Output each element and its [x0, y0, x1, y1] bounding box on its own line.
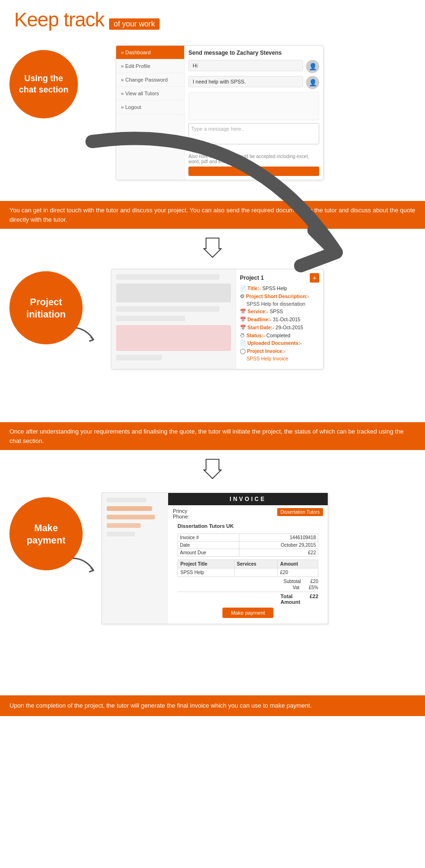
inv-blur-1: [107, 498, 146, 502]
invoice-right-panel: INVOICE Princy Phone: Dissertation Tutor…: [168, 493, 328, 624]
chat-message-text-2: I need help with SPSS.: [188, 76, 303, 87]
project-circle-label: Projectinitiation: [22, 291, 70, 325]
inv-blur-5: [107, 532, 135, 536]
vat-value: £5%: [309, 585, 318, 590]
section-payment: Makepayment INVOICE Princy Phone: Disser…: [0, 488, 425, 691]
col-project-title: Project Title: [178, 560, 235, 568]
inv-blur-3: [107, 515, 155, 519]
invoice-date-label: Date: [178, 542, 239, 549]
invoice-princy: Princy: [173, 508, 189, 514]
sidebar-item-change-password[interactable]: Change Password: [116, 73, 184, 87]
col-amount: Amount: [278, 560, 318, 568]
chat-send-title: Send message to Zachary Stevens: [188, 50, 319, 56]
invoice-number-label: Invoice #: [178, 534, 239, 542]
chat-circle: Using thechat section: [9, 50, 78, 118]
sidebar-item-dashboard[interactable]: Dashboard: [116, 46, 184, 59]
down-arrow-2: [203, 457, 222, 481]
total-value: £22: [310, 593, 318, 605]
invoice-summary: Subtotal £20 Vat £5% TotalAmount £22: [178, 579, 318, 605]
invoice-line-header: Project Title Services Amount: [178, 560, 318, 568]
header-of-your-work: of your work: [109, 18, 160, 30]
invoice-total-row: TotalAmount £22: [178, 592, 318, 605]
down-arrow-2-container: [0, 450, 425, 488]
chat-arrow: [70, 97, 425, 363]
make-payment-button[interactable]: Make payment: [222, 608, 273, 618]
invoice-left-panel: [102, 493, 168, 624]
header-keep-track: Keep track: [14, 8, 104, 31]
invoice-project-title: SPSS Help: [178, 568, 235, 577]
invoice-name-row: Princy Phone: Dissertation Tutors: [173, 508, 323, 519]
invoice-vat-row: Vat £5%: [178, 585, 318, 590]
invoice-info: Princy Phone: Dissertation Tutors Disser…: [168, 505, 328, 624]
chat-avatar-1: 👤: [306, 60, 319, 73]
payment-circle-label: Makepayment: [22, 517, 70, 551]
page-header: Keep track of your work: [0, 0, 425, 36]
invoice-subtotal-row: Subtotal £20: [178, 579, 318, 584]
svg-marker-1: [204, 459, 221, 479]
invoice-line-row: SPSS Help £20: [178, 568, 318, 577]
invoice-ui-mockup: INVOICE Princy Phone: Dissertation Tutor…: [102, 492, 328, 624]
inv-blur-4: [107, 523, 141, 528]
invoice-header-bar: INVOICE: [168, 493, 328, 505]
invoice-brand: Dissertation Tutors: [277, 508, 323, 516]
invoice-number-row: Invoice # 1446109418: [178, 534, 318, 542]
chat-message-1: Hi 👤: [188, 60, 319, 73]
invoice-details-table: Invoice # 1446109418 Date October 29,201…: [178, 534, 318, 557]
invoice-company: Dissertation Tutors UK: [173, 521, 323, 531]
chat-message-text-1: Hi: [188, 60, 303, 71]
subtotal-label: Subtotal: [284, 579, 301, 584]
invoice-date-row: Date October 29,2015: [178, 542, 318, 549]
chat-message-2: I need help with SPSS. 👤: [188, 76, 319, 89]
invoice-amount-due-value: £22: [239, 549, 318, 557]
vat-label: Vat: [293, 585, 299, 590]
inv-blur-2: [107, 506, 152, 511]
invoice-date-value: October 29,2015: [239, 542, 318, 549]
sidebar-item-edit-profile[interactable]: Edit Profile: [116, 59, 184, 73]
banner-3-text: Upon the completion of the project, the …: [9, 702, 312, 709]
banner-2-text: Once after understanding your requiremen…: [9, 428, 404, 444]
invoice-line-table: Project Title Services Amount SPSS Help …: [178, 559, 318, 577]
chat-circle-label: Using thechat section: [14, 68, 73, 100]
chat-avatar-2: 👤: [306, 76, 319, 89]
total-label: TotalAmount: [280, 593, 300, 605]
invoice-name: Princy Phone:: [173, 508, 189, 519]
invoice-number-value: 1446109418: [239, 534, 318, 542]
invoice-phone: Phone:: [173, 514, 189, 519]
payment-circle: Makepayment: [9, 497, 83, 570]
invoice-services: [234, 568, 278, 577]
invoice-amount-due-label: Amount Due: [178, 549, 239, 557]
banner-2: Once after understanding your requiremen…: [0, 422, 425, 450]
invoice-amount: £20: [278, 568, 318, 577]
invoice-amount-due-row: Amount Due £22: [178, 549, 318, 557]
col-services: Services: [234, 560, 278, 568]
section-chat: Using thechat section Dashboard Edit Pro…: [0, 36, 425, 196]
project-circle: Projectinitiation: [9, 271, 83, 344]
banner-3: Upon the completion of the project, the …: [0, 695, 425, 716]
subtotal-value: £20: [310, 579, 318, 584]
